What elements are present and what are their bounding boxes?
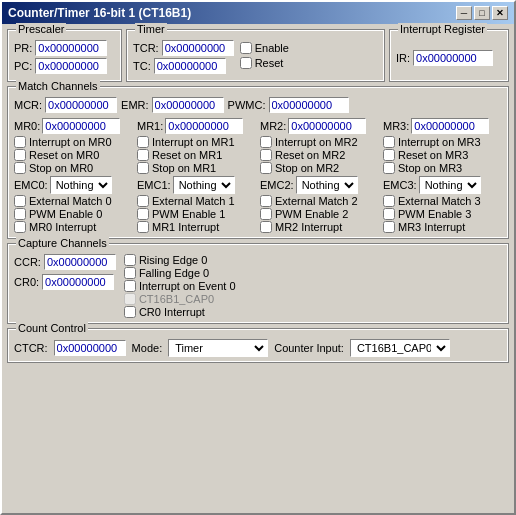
- ext-match0[interactable]: [14, 195, 26, 207]
- int-mr2-label[interactable]: Interrupt on MR2: [260, 136, 379, 148]
- tc-input[interactable]: [154, 58, 226, 74]
- emc3-select[interactable]: NothingToggleClearSet: [419, 176, 481, 194]
- close-button[interactable]: ✕: [492, 6, 508, 20]
- stop-mr2-label[interactable]: Stop on MR2: [260, 162, 379, 174]
- int-event0-label[interactable]: Interrupt on Event 0: [124, 280, 236, 292]
- emr-input[interactable]: [152, 97, 224, 113]
- pwm-en3[interactable]: [383, 208, 395, 220]
- ext-match1-label[interactable]: External Match 1: [137, 195, 256, 207]
- ext-match0-label[interactable]: External Match 0: [14, 195, 133, 207]
- cr0-input[interactable]: [42, 274, 114, 290]
- mr3-int-label[interactable]: MR3 Interrupt: [383, 221, 502, 233]
- pr-row: PR:: [14, 40, 115, 56]
- rising-edge0[interactable]: [124, 254, 136, 266]
- ctcr-input[interactable]: [54, 340, 126, 356]
- ext-match1[interactable]: [137, 195, 149, 207]
- minimize-button[interactable]: ─: [456, 6, 472, 20]
- stop-mr0[interactable]: [14, 162, 26, 174]
- int-mr3[interactable]: [383, 136, 395, 148]
- int-mr0[interactable]: [14, 136, 26, 148]
- pwm-en0-label[interactable]: PWM Enable 0: [14, 208, 133, 220]
- mr2-int-label[interactable]: MR2 Interrupt: [260, 221, 379, 233]
- reset-checkbox-label[interactable]: Reset: [240, 57, 289, 69]
- mr0-input[interactable]: [42, 118, 120, 134]
- pwm-en2[interactable]: [260, 208, 272, 220]
- ext-match2[interactable]: [260, 195, 272, 207]
- emc2-select[interactable]: NothingToggleClearSet: [296, 176, 358, 194]
- mr0-checks: Interrupt on MR0 Reset on MR0 Stop on MR…: [14, 136, 133, 174]
- tc-row: TC:: [133, 58, 234, 74]
- emc3-checks: External Match 3 PWM Enable 3 MR3 Interr…: [383, 195, 502, 233]
- reset-mr1-label[interactable]: Reset on MR1: [137, 149, 256, 161]
- title-bar: Counter/Timer 16-bit 1 (CT16B1) ─ □ ✕: [2, 2, 514, 24]
- int-mr1[interactable]: [137, 136, 149, 148]
- stop-mr3[interactable]: [383, 162, 395, 174]
- enable-checkbox-label[interactable]: Enable: [240, 42, 289, 54]
- reset-mr2[interactable]: [260, 149, 272, 161]
- enable-checkbox[interactable]: [240, 42, 252, 54]
- mr0-int[interactable]: [14, 221, 26, 233]
- input-label: Counter Input:: [274, 342, 344, 354]
- emc0-group: EMC0: NothingToggleClearSet External Mat…: [14, 176, 133, 233]
- ext-match2-label[interactable]: External Match 2: [260, 195, 379, 207]
- reset-mr0-label[interactable]: Reset on MR0: [14, 149, 133, 161]
- stop-mr0-label[interactable]: Stop on MR0: [14, 162, 133, 174]
- stop-mr2[interactable]: [260, 162, 272, 174]
- falling-edge0[interactable]: [124, 267, 136, 279]
- mcr-input[interactable]: [45, 97, 117, 113]
- mr2-int[interactable]: [260, 221, 272, 233]
- mr0-int-label[interactable]: MR0 Interrupt: [14, 221, 133, 233]
- int-event0[interactable]: [124, 280, 136, 292]
- stop-mr3-label[interactable]: Stop on MR3: [383, 162, 502, 174]
- emc1-select[interactable]: NothingToggleClearSet: [173, 176, 235, 194]
- ir-label: IR:: [396, 52, 410, 64]
- mode-label: Mode:: [132, 342, 163, 354]
- mr2-input[interactable]: [288, 118, 366, 134]
- reset-mr2-label[interactable]: Reset on MR2: [260, 149, 379, 161]
- ctcr-label: CTCR:: [14, 342, 48, 354]
- stop-mr1-label[interactable]: Stop on MR1: [137, 162, 256, 174]
- reset-mr3-label[interactable]: Reset on MR3: [383, 149, 502, 161]
- pwm-en1-label[interactable]: PWM Enable 1: [137, 208, 256, 220]
- emc2-checks: External Match 2 PWM Enable 2 MR2 Interr…: [260, 195, 379, 233]
- stop-mr1[interactable]: [137, 162, 149, 174]
- cr0-int[interactable]: [124, 306, 136, 318]
- ir-input[interactable]: [413, 50, 493, 66]
- ext-match3[interactable]: [383, 195, 395, 207]
- mr1-int-label[interactable]: MR1 Interrupt: [137, 221, 256, 233]
- cr0-int-label[interactable]: CR0 Interrupt: [124, 306, 236, 318]
- pwmc-input[interactable]: [269, 97, 349, 113]
- mr3-input[interactable]: [411, 118, 489, 134]
- reset-mr0[interactable]: [14, 149, 26, 161]
- pwm-en1[interactable]: [137, 208, 149, 220]
- pc-input[interactable]: [35, 58, 107, 74]
- pr-input[interactable]: [35, 40, 107, 56]
- tcr-input[interactable]: [162, 40, 234, 56]
- rising-edge0-label[interactable]: Rising Edge 0: [124, 254, 236, 266]
- counter-input-select[interactable]: CT16B1_CAP0 CT16B1_CAP1: [350, 339, 450, 357]
- mode-select[interactable]: Timer Counter - Rising Counter - Falling…: [168, 339, 268, 357]
- int-mr1-label[interactable]: Interrupt on MR1: [137, 136, 256, 148]
- mcr-emr-pwmc-row: MCR: EMR: PWMC:: [14, 97, 502, 115]
- reset-checkbox[interactable]: [240, 57, 252, 69]
- ir-group-label: Interrupt Register: [398, 23, 487, 35]
- maximize-button[interactable]: □: [474, 6, 490, 20]
- emc0-select[interactable]: NothingToggleClearSet: [50, 176, 112, 194]
- int-mr0-label[interactable]: Interrupt on MR0: [14, 136, 133, 148]
- tcr-row: TCR:: [133, 40, 234, 56]
- int-mr3-label[interactable]: Interrupt on MR3: [383, 136, 502, 148]
- mr1-label: MR1:: [137, 120, 163, 132]
- mr3-int[interactable]: [383, 221, 395, 233]
- pwm-en3-label[interactable]: PWM Enable 3: [383, 208, 502, 220]
- pwm-en0[interactable]: [14, 208, 26, 220]
- pwm-en2-label[interactable]: PWM Enable 2: [260, 208, 379, 220]
- int-mr2[interactable]: [260, 136, 272, 148]
- mr1-int[interactable]: [137, 221, 149, 233]
- reset-mr1[interactable]: [137, 149, 149, 161]
- falling-edge0-label[interactable]: Falling Edge 0: [124, 267, 236, 279]
- ext-match3-label[interactable]: External Match 3: [383, 195, 502, 207]
- count-control-row: CTCR: Mode: Timer Counter - Rising Count…: [14, 339, 502, 357]
- reset-mr3[interactable]: [383, 149, 395, 161]
- mr1-input[interactable]: [165, 118, 243, 134]
- ccr-input[interactable]: [44, 254, 116, 270]
